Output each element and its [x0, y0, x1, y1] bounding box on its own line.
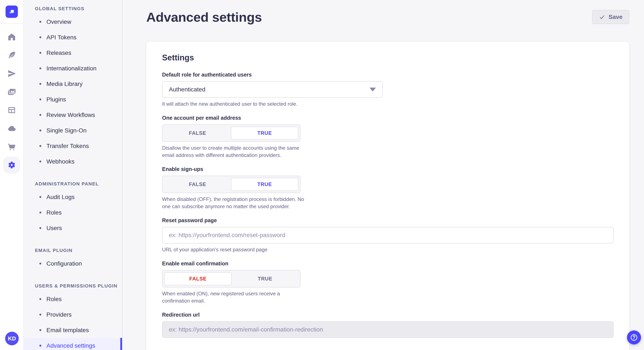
toggle-option-true[interactable]: TRUE: [231, 127, 298, 140]
bullet-icon: [40, 130, 41, 131]
field-label: Reset password page: [162, 217, 614, 223]
help-button[interactable]: [627, 331, 641, 345]
bullet-icon: [40, 212, 41, 213]
one-account-toggle: FALSE TRUE: [162, 124, 300, 142]
save-button-label: Save: [609, 14, 622, 20]
toggle-option-true[interactable]: TRUE: [231, 178, 298, 191]
reset-password-input[interactable]: [162, 227, 614, 243]
panel-title: Settings: [162, 53, 614, 62]
field-label: Enable email confirmation: [162, 260, 614, 267]
toggle-option-true[interactable]: TRUE: [232, 272, 298, 285]
field-label: Default role for authenticated users: [162, 72, 614, 78]
toggle-option-false[interactable]: FALSE: [164, 272, 232, 285]
sidebar-item-advanced-settings[interactable]: Advanced settings: [24, 338, 122, 350]
strapi-logo-icon: [8, 8, 15, 15]
media-images-icon[interactable]: [7, 87, 16, 97]
home-icon[interactable]: [7, 32, 16, 42]
chevron-down-icon: [370, 88, 376, 91]
bullet-icon: [40, 52, 41, 54]
sidebar-item-releases[interactable]: Releases: [24, 45, 122, 61]
strapi-logo-button[interactable]: [6, 5, 18, 18]
toggle-option-false[interactable]: FALSE: [164, 178, 231, 191]
sidebar-item-providers[interactable]: Providers: [24, 307, 122, 322]
sidebar-section-email-plugin: EMAIL PLUGIN Configuration: [24, 248, 122, 271]
bullet-icon: [40, 83, 41, 85]
email-confirmation-toggle: FALSE TRUE: [162, 270, 300, 288]
sidebar-item-transfer-tokens[interactable]: Transfer Tokens: [24, 138, 122, 154]
sidebar-section-users-permissions-plugin: USERS & PERMISSIONS PLUGIN Roles Provide…: [24, 283, 122, 350]
section-title: GLOBAL SETTINGS: [35, 6, 122, 11]
logo-container: [0, 0, 24, 24]
page-title: Advanced settings: [146, 9, 262, 25]
bullet-icon: [40, 21, 41, 23]
section-title: ADMINISTRATION PANEL: [35, 181, 122, 187]
sidebar-item-admin-roles[interactable]: Roles: [24, 205, 122, 220]
sidebar-item-admin-users[interactable]: Users: [24, 220, 122, 236]
feather-icon[interactable]: [7, 51, 16, 60]
bullet-icon: [40, 145, 41, 147]
bullet-icon: [40, 161, 41, 163]
redirection-url-input[interactable]: [162, 321, 614, 338]
sidebar-item-configuration[interactable]: Configuration: [24, 256, 122, 271]
bullet-icon: [40, 329, 41, 331]
rail-icon-nav: [0, 32, 24, 170]
sidebar-item-up-roles[interactable]: Roles: [24, 291, 122, 307]
field-label: Enable sign-ups: [162, 166, 614, 172]
sidebar-item-api-tokens[interactable]: API Tokens: [24, 29, 122, 45]
main-nav-rail: KD: [0, 0, 24, 350]
bullet-icon: [40, 36, 41, 38]
sidebar-item-single-sign-on[interactable]: Single Sign-On: [24, 123, 122, 138]
toggle-option-false[interactable]: FALSE: [164, 127, 231, 140]
sidebar-section-global-settings: GLOBAL SETTINGS Overview API Tokens Rele…: [24, 6, 122, 169]
settings-panel: Settings Default role for authenticated …: [146, 42, 629, 350]
sidebar-item-overview[interactable]: Overview: [24, 14, 122, 29]
section-title: USERS & PERMISSIONS PLUGIN: [35, 283, 122, 289]
sidebar-item-email-templates[interactable]: Email templates: [24, 322, 122, 338]
bullet-icon: [40, 67, 41, 69]
bullet-icon: [40, 298, 41, 300]
sidebar-item-review-workflows[interactable]: Review Workflows: [24, 107, 122, 123]
field-redirection-url: Redirection url: [162, 312, 614, 338]
layout-icon[interactable]: [7, 105, 16, 115]
section-title: EMAIL PLUGIN: [35, 248, 122, 253]
sidebar-item-plugins[interactable]: Plugins: [24, 92, 122, 107]
paper-plane-icon[interactable]: [7, 69, 16, 78]
save-button[interactable]: Save: [592, 10, 629, 24]
sidebar-item-internationalization[interactable]: Internationalization: [24, 61, 122, 76]
cloud-icon[interactable]: [7, 124, 16, 133]
field-hint: URL of your application's reset password…: [162, 246, 614, 253]
field-email-confirmation: Enable email confirmation FALSE TRUE Whe…: [162, 260, 614, 305]
sidebar-item-webhooks[interactable]: Webhooks: [24, 154, 122, 169]
field-default-role: Default role for authenticated users Aut…: [162, 72, 614, 108]
avatar-initials: KD: [8, 335, 16, 342]
sidebar-item-audit-logs[interactable]: Audit Logs: [24, 189, 122, 205]
check-icon: [599, 14, 605, 20]
bullet-icon: [40, 114, 41, 116]
main-content: Advanced settings Save Settings Default …: [122, 0, 644, 350]
cart-icon[interactable]: [7, 142, 16, 151]
field-hint: When enabled (ON), new registered users …: [162, 290, 305, 305]
field-hint: Disallow the user to create multiple acc…: [162, 144, 305, 159]
settings-gear-icon[interactable]: [7, 160, 16, 170]
bullet-icon: [40, 227, 41, 229]
bullet-icon: [40, 314, 41, 316]
bullet-icon: [40, 345, 41, 347]
field-enable-signups: Enable sign-ups FALSE TRUE When disabled…: [162, 166, 614, 210]
settings-sidebar: GLOBAL SETTINGS Overview API Tokens Rele…: [24, 0, 122, 350]
page-header: Advanced settings Save: [146, 8, 629, 26]
bullet-icon: [40, 196, 41, 198]
field-reset-password: Reset password page URL of your applicat…: [162, 217, 614, 253]
default-role-select[interactable]: Authenticated: [162, 81, 383, 98]
field-hint: When disabled (OFF), the registration pr…: [162, 196, 305, 210]
question-mark-icon: [630, 333, 638, 342]
enable-signups-toggle: FALSE TRUE: [162, 176, 300, 193]
field-one-account: One account per email address FALSE TRUE…: [162, 115, 614, 159]
bullet-icon: [40, 263, 41, 265]
sidebar-item-media-library[interactable]: Media Library: [24, 76, 122, 92]
bullet-icon: [40, 98, 41, 100]
field-label: One account per email address: [162, 115, 614, 121]
field-hint: It will attach the new authenticated use…: [162, 100, 614, 108]
select-value: Authenticated: [169, 86, 205, 93]
sidebar-section-administration-panel: ADMINISTRATION PANEL Audit Logs Roles Us…: [24, 181, 122, 236]
user-avatar[interactable]: KD: [5, 332, 19, 345]
